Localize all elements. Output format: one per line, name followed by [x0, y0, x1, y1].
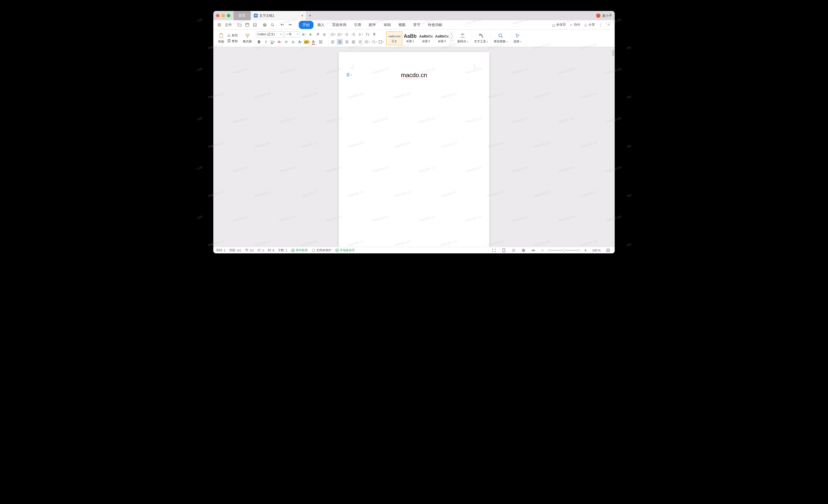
font-color-button[interactable]: A▾ [311, 39, 317, 45]
share-button[interactable]: 分享 [583, 22, 596, 28]
file-menu[interactable]: 文件 [223, 21, 234, 29]
tab-review[interactable]: 审阅 [380, 21, 395, 29]
underline-button[interactable]: U▾ [270, 39, 276, 45]
status-page[interactable]: 页面: 1/1 [229, 248, 241, 252]
unsaved-button[interactable]: 未保存 [550, 22, 567, 28]
italic-button[interactable]: I [263, 39, 269, 45]
text-effects-button[interactable]: A▾ [297, 39, 303, 45]
format-painter-button[interactable]: 格式刷 [241, 31, 254, 46]
username-label[interactable]: 臭小子 [602, 13, 612, 18]
new-tab-button[interactable]: + [306, 11, 314, 20]
strikethrough-button[interactable]: A▾ [277, 39, 283, 45]
status-spellcheck[interactable]: 拼写检查 [291, 248, 308, 252]
print-icon[interactable] [261, 21, 268, 28]
superscript-button[interactable]: X² [283, 39, 289, 45]
font-name-select[interactable]: Calibri (正文)▼ [256, 32, 283, 38]
shading-button[interactable]: ▾ [371, 39, 377, 45]
tab-references[interactable]: 引用 [350, 21, 365, 29]
collapse-ribbon-icon[interactable] [605, 21, 613, 28]
borders-button[interactable]: ▾ [378, 39, 384, 45]
document-page[interactable]: ▾ macdo.cn [339, 52, 489, 247]
new-style-button[interactable]: 新样式 ▾ [456, 31, 470, 46]
copy-button[interactable]: 复制 [226, 39, 239, 44]
decrease-indent-button[interactable] [344, 32, 350, 38]
increase-indent-button[interactable] [350, 32, 357, 38]
more-icon[interactable]: ⋮ [597, 22, 604, 28]
maximize-window-button[interactable] [227, 14, 230, 17]
align-distribute-button[interactable] [357, 39, 363, 45]
style-expand-icon[interactable]: ⋯ [450, 41, 453, 45]
bold-button[interactable]: B [256, 39, 262, 45]
align-center-button[interactable] [337, 39, 343, 45]
text-tools-button[interactable]: 文字工具 ▾ [472, 31, 490, 46]
decrease-font-icon[interactable]: A- [308, 32, 314, 38]
status-page-number[interactable]: 页码: 1 [216, 248, 225, 252]
show-marks-button[interactable] [371, 32, 377, 38]
select-button[interactable]: 选择 ▾ [512, 31, 523, 46]
style-normal[interactable]: AaBbCcDd 正文 [386, 32, 402, 45]
status-row[interactable]: 行: 1 [258, 248, 264, 252]
outline-view-icon[interactable] [510, 247, 518, 254]
status-column[interactable]: 列: 9 [268, 248, 274, 252]
char-border-button[interactable]: A [318, 39, 324, 45]
hamburger-menu-icon[interactable] [215, 21, 223, 28]
zoom-slider-thumb[interactable] [563, 249, 566, 252]
zoom-slider[interactable] [548, 250, 580, 250]
minimize-window-button[interactable] [221, 14, 225, 17]
style-heading3[interactable]: AaBbCc 标题 3 [434, 32, 450, 45]
tab-insert[interactable]: 插入 [314, 21, 328, 29]
status-backup[interactable]: 本地备份开 [335, 248, 355, 252]
paste-button[interactable]: 粘贴 [217, 30, 226, 46]
status-doc-protect[interactable]: 文档未保护 [312, 248, 331, 252]
fit-page-icon[interactable] [604, 247, 612, 254]
align-left-button[interactable] [330, 39, 336, 45]
page-view-icon[interactable] [500, 247, 508, 254]
highlight-button[interactable]: ab▾ [304, 39, 310, 45]
zoom-out-button[interactable]: − [539, 247, 545, 254]
open-file-icon[interactable] [236, 21, 243, 28]
tab-chapter[interactable]: 章节 [409, 21, 424, 29]
style-scroll-up-icon[interactable]: ▲ [450, 32, 453, 36]
tab-start[interactable]: 开始 [299, 21, 314, 29]
collaborate-button[interactable]: 协作 [568, 22, 582, 28]
redo-icon[interactable] [286, 21, 294, 28]
status-section[interactable]: 节: 1/1 [245, 248, 254, 252]
reading-view-icon[interactable] [530, 247, 537, 254]
tab-special[interactable]: 特色功能 [424, 21, 446, 29]
fullscreen-icon[interactable] [490, 247, 498, 254]
style-scroll-down-icon[interactable]: ▼ [450, 36, 453, 41]
subscript-button[interactable]: X₂ [290, 39, 296, 45]
document-tab[interactable]: W 文字文稿1 [251, 11, 306, 20]
phonetic-guide-icon[interactable]: 拼 [322, 32, 328, 38]
zoom-level[interactable]: 100 % [591, 249, 602, 252]
section-dropdown-icon[interactable]: ▾ [351, 74, 352, 76]
save-icon[interactable] [243, 21, 251, 28]
font-size-select[interactable]: 一号▼ [284, 32, 300, 38]
user-avatar-icon[interactable] [596, 13, 601, 18]
find-replace-button[interactable]: 查找替换 ▾ [492, 31, 509, 46]
number-list-button[interactable]: 123▾ [337, 32, 343, 38]
undo-icon[interactable] [279, 21, 286, 28]
document-body-text[interactable]: macdo.cn [401, 72, 427, 79]
sort-button[interactable] [364, 32, 370, 38]
clear-format-icon[interactable] [315, 32, 321, 38]
zoom-in-button[interactable]: + [583, 247, 588, 254]
style-heading1[interactable]: AaBb 标题 1 [402, 32, 418, 45]
tab-view[interactable]: 视图 [395, 21, 409, 29]
asian-layout-button[interactable]: 文▾ [357, 32, 363, 38]
tab-mail[interactable]: 邮件 [365, 21, 380, 29]
align-justify-button[interactable] [350, 39, 357, 45]
bullet-list-button[interactable]: ▾ [330, 32, 336, 38]
cut-button[interactable]: 剪切 [226, 33, 239, 38]
status-wordcount[interactable]: 字数: 1 [278, 248, 287, 252]
close-window-button[interactable] [216, 14, 219, 17]
home-tab[interactable]: 首页 [234, 11, 251, 20]
side-panel-handle[interactable] [612, 50, 614, 56]
document-canvas[interactable]: ▾ macdo.cn [213, 47, 615, 247]
align-right-button[interactable] [344, 39, 350, 45]
increase-font-icon[interactable]: A+ [301, 32, 307, 38]
print-preview-icon[interactable] [268, 21, 276, 28]
web-view-icon[interactable] [520, 247, 527, 254]
export-pdf-icon[interactable]: PDF [251, 21, 259, 28]
tab-page-layout[interactable]: 页面布局 [328, 21, 350, 29]
